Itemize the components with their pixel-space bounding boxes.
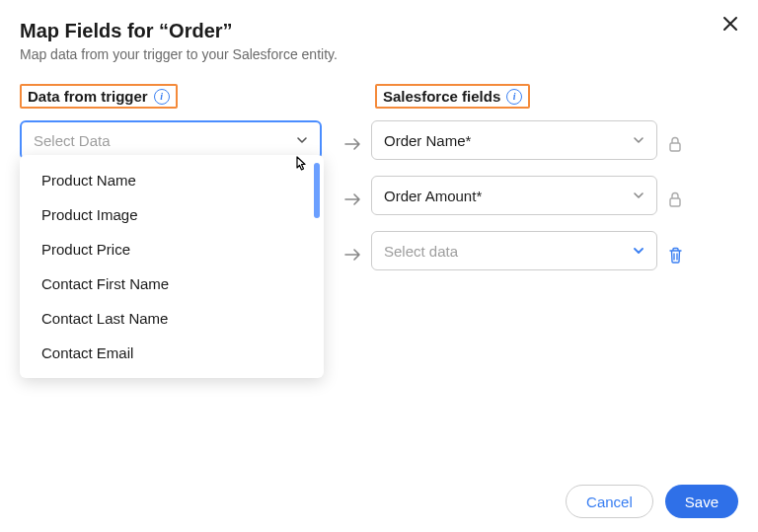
arrow-right-icon [336,192,371,206]
arrow-right-icon [336,137,371,151]
trigger-data-dropdown: Product Name Product Image Product Price… [20,155,324,378]
lock-icon [657,191,693,207]
trash-icon [668,247,683,264]
salesforce-field-select[interactable]: Select data [371,231,657,270]
trigger-data-select[interactable]: Select Data [20,120,322,160]
mapping-row: Order Amount* [375,176,738,223]
salesforce-field-select[interactable]: Order Name* [371,120,657,160]
dropdown-option[interactable]: Contact Last Name [20,301,324,336]
dropdown-option[interactable]: Contact Email [20,336,324,370]
close-button[interactable] [722,16,738,32]
info-icon[interactable]: i [154,89,170,105]
svg-rect-1 [670,198,680,206]
data-from-trigger-header: Data from trigger i [20,84,178,109]
save-button[interactable]: Save [665,485,738,518]
dropdown-option[interactable]: Product Name [20,163,324,197]
chevron-down-icon [633,134,644,146]
lock-icon [657,136,693,152]
salesforce-field-select[interactable]: Order Amount* [371,176,657,215]
salesforce-field-value: Order Amount* [384,188,482,204]
dropdown-option[interactable]: Product Price [20,232,324,266]
page-subtitle: Map data from your trigger to your Sales… [20,46,738,62]
salesforce-field-placeholder: Select data [384,243,458,260]
dropdown-scrollbar[interactable] [314,163,320,218]
arrow-right-icon [336,248,371,262]
chevron-down-icon [296,134,308,146]
dropdown-option[interactable]: Contact First Name [20,266,324,301]
data-from-trigger-label: Data from trigger [28,88,148,105]
mapping-row: Order Name* [375,120,738,168]
chevron-down-icon [633,245,644,257]
page-title: Map Fields for “Order” [20,20,738,42]
chevron-down-icon [633,190,644,201]
svg-rect-0 [670,143,680,151]
close-icon [722,16,738,32]
salesforce-field-value: Order Name* [384,132,471,149]
trigger-data-placeholder: Select Data [34,132,111,149]
mapping-row: Select data [375,231,738,278]
salesforce-fields-header: Salesforce fields i [375,84,530,109]
cancel-button[interactable]: Cancel [566,485,653,518]
info-icon[interactable]: i [506,89,522,105]
dropdown-option[interactable]: Product Image [20,197,324,232]
delete-row-button[interactable] [657,247,693,264]
salesforce-fields-label: Salesforce fields [383,88,500,105]
